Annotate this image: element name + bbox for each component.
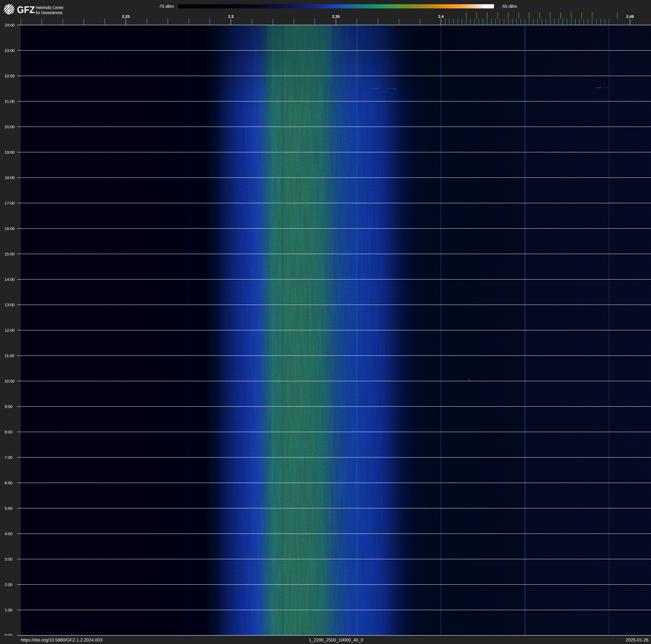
svg-text:23:00: 23:00 [5,49,15,53]
svg-text:19:00: 19:00 [5,150,15,155]
svg-text:11:00: 11:00 [5,354,14,358]
svg-text:22:00: 22:00 [5,74,15,79]
svg-text:20:00: 20:00 [5,125,15,129]
svg-text:2.3: 2.3 [228,14,234,19]
svg-text:7:00: 7:00 [5,456,12,460]
svg-text:Helmholtz Centre: Helmholtz Centre [36,5,63,10]
svg-text:-55 dBm: -55 dBm [501,4,517,9]
svg-text:GFZ: GFZ [17,4,35,15]
svg-text:12:00: 12:00 [5,328,15,333]
svg-text:2:00: 2:00 [5,583,12,587]
svg-text:-75 dBm: -75 dBm [158,4,174,9]
svg-text:3:00: 3:00 [5,557,12,562]
svg-text:9:00: 9:00 [5,405,12,409]
svg-text:2025-01-26: 2025-01-26 [626,638,649,643]
svg-text:2.4: 2.4 [438,14,444,19]
svg-text:16:00: 16:00 [5,227,15,231]
svg-text:18:00: 18:00 [5,176,15,180]
svg-text:https://doi.org/10.5880/GFZ.1.: https://doi.org/10.5880/GFZ.1.2.2024.003 [21,638,102,643]
svg-text:13:00: 13:00 [5,303,15,307]
svg-text:10:00: 10:00 [5,379,15,384]
svg-text:24:00: 24:00 [5,23,15,28]
svg-text:14:00: 14:00 [5,277,15,282]
svg-text:2.35: 2.35 [332,14,340,19]
svg-text:4:00: 4:00 [5,532,12,536]
svg-text:8:00: 8:00 [5,430,12,435]
svg-text:5:00: 5:00 [5,506,12,511]
svg-text:for Geosciences: for Geosciences [36,10,63,15]
svg-text:1_2200_2500_10000_40_0: 1_2200_2500_10000_40_0 [309,638,363,643]
svg-text:2.25: 2.25 [122,14,130,19]
svg-text:21:00: 21:00 [5,99,15,104]
svg-text:6:00: 6:00 [5,481,12,485]
svg-text:2.49: 2.49 [626,14,634,19]
svg-text:15:00: 15:00 [5,252,15,257]
svg-text:1:00: 1:00 [5,608,12,612]
svg-text:17:00: 17:00 [5,201,15,206]
